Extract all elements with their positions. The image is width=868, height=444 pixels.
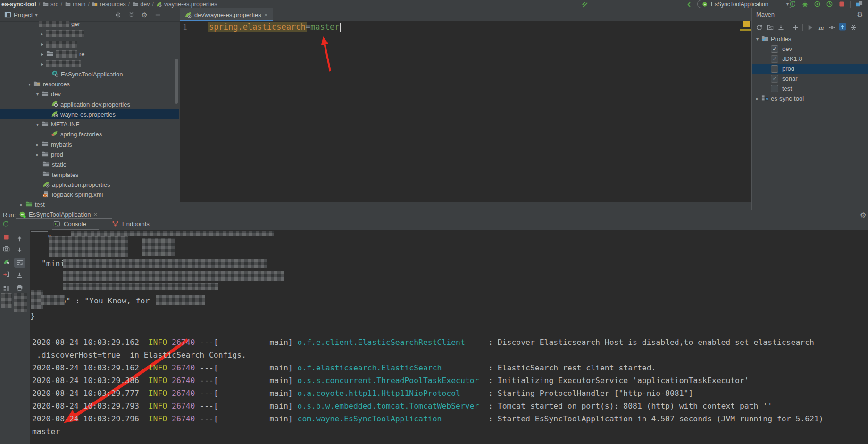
maven-item-sonar[interactable]: ✓sonar: [752, 74, 868, 84]
tree-item-wayne-es.properties[interactable]: wayne-es.properties: [0, 109, 179, 119]
chevron-right-icon[interactable]: ▸: [39, 42, 46, 47]
console-log-lines: 2020-08-24 10:03:29.162 INFO 26740 ---[ …: [32, 336, 824, 438]
softwrap-toggle[interactable]: [14, 258, 25, 268]
navigate-back-icon[interactable]: [685, 0, 693, 8]
green-slant-icon[interactable]: [581, 0, 589, 8]
run-config-selector[interactable]: EsSyncToolApplication ▾: [697, 0, 793, 8]
printer-icon[interactable]: [16, 284, 23, 291]
maven-item-test[interactable]: test: [752, 84, 868, 93]
tree-item-meta-inf[interactable]: ▾META-INF: [0, 119, 179, 129]
gear-icon[interactable]: ⚙: [860, 211, 867, 218]
tab-console[interactable]: Console: [53, 219, 86, 229]
tree-item-mybatis[interactable]: ▸mybatis: [0, 140, 179, 150]
tree-item-resources[interactable]: ▾resources: [0, 79, 179, 89]
error-stripe-line: [740, 29, 751, 31]
project-toolwindow-header[interactable]: Project ▾ ⚙: [0, 8, 187, 22]
close-icon[interactable]: ×: [94, 211, 98, 218]
editor-tab[interactable]: dev\wayne-es.properties ×: [180, 8, 273, 21]
down-icon[interactable]: [16, 246, 23, 253]
tree-item-prod[interactable]: ▸prod: [0, 150, 179, 159]
maven-item-es-sync-tool[interactable]: ▸mes-sync-tool: [752, 93, 868, 103]
chevron-right-icon[interactable]: ▸: [34, 152, 41, 157]
maven-toolbar: m: [752, 21, 868, 34]
chevron-down-icon[interactable]: ▾: [26, 82, 33, 87]
tree-item-dev[interactable]: ▾dev: [0, 89, 179, 99]
chevron-right-icon[interactable]: ▸: [34, 142, 41, 147]
tree-item-spring.factories[interactable]: spring.factories: [0, 129, 179, 139]
checkbox-checked[interactable]: ✓: [771, 45, 778, 53]
checkbox-unchecked[interactable]: [771, 65, 778, 73]
refresh-icon[interactable]: [755, 24, 763, 31]
checkbox-checked-dim[interactable]: ✓: [771, 75, 778, 83]
spring-properties-icon: [50, 110, 58, 117]
collapse-all-icon[interactable]: [127, 11, 135, 18]
up-icon[interactable]: [16, 235, 23, 243]
tree-item[interactable]: ▸: [0, 29, 179, 39]
breadcrumb-item[interactable]: es-sync-tool: [1, 1, 36, 8]
chevron-down-icon[interactable]: ▾: [754, 36, 761, 42]
tree-item[interactable]: ger: [0, 21, 179, 29]
tree-item[interactable]: ▸: [0, 39, 179, 49]
maven-item-jdk1.8[interactable]: ✓JDK1.8: [752, 54, 868, 64]
chevron-right-icon[interactable]: ▸: [39, 51, 46, 57]
chevron-down-icon: ▾: [35, 12, 37, 17]
tree-item-logback-spring.xml[interactable]: logback-spring.xml: [0, 190, 179, 200]
add-icon[interactable]: [792, 24, 799, 31]
tree-item-label: application.properties: [52, 181, 110, 188]
scroll-end-icon[interactable]: [16, 271, 23, 279]
chevron-down-icon[interactable]: ▾: [34, 122, 41, 127]
tree-item-application-dev.properties[interactable]: application-dev.properties: [0, 99, 179, 109]
tree-item-application.properties[interactable]: application.properties: [0, 180, 179, 190]
run-gray-icon[interactable]: [806, 24, 814, 31]
checkbox-checked-dim[interactable]: ✓: [771, 55, 778, 63]
chevron-down-icon[interactable]: ▾: [34, 92, 41, 97]
close-icon[interactable]: ×: [264, 12, 268, 18]
tree-item-test[interactable]: ▸test: [0, 200, 179, 209]
folder-icon: [132, 1, 138, 7]
offline-bolt-icon[interactable]: [839, 23, 846, 30]
skip-tests-icon[interactable]: [828, 24, 835, 31]
rerun-icon[interactable]: [2, 220, 9, 227]
breadcrumb-item[interactable]: main: [65, 1, 85, 8]
error-stripe-mark[interactable]: [743, 21, 750, 27]
tree-item-label: wayne-es.properties: [60, 111, 116, 118]
tree-item-essynctoolapplication[interactable]: EsSyncToolApplication: [0, 69, 179, 79]
chevron-right-icon[interactable]: ▸: [754, 96, 761, 101]
stop-icon[interactable]: [838, 0, 845, 8]
coverage-icon[interactable]: [813, 0, 821, 8]
tree-item-static[interactable]: static: [0, 159, 179, 169]
breadcrumb-item[interactable]: src: [42, 1, 58, 8]
editor-pane[interactable]: 1 spring.elasticsearch=master: [180, 21, 751, 202]
tree-item[interactable]: ▸re: [0, 49, 179, 59]
tree-item-templates[interactable]: templates: [0, 169, 179, 179]
maven-item-dev[interactable]: ✓dev: [752, 44, 868, 54]
breadcrumb-item[interactable]: wayne-es.properties: [156, 1, 217, 8]
gear-icon[interactable]: ⚙: [856, 11, 864, 18]
minimize-icon[interactable]: [154, 11, 161, 18]
rerun-icon[interactable]: [789, 0, 796, 8]
chevron-right-icon[interactable]: ▸: [39, 31, 46, 36]
chevron-right-icon[interactable]: ▸: [18, 202, 25, 207]
breadcrumb[interactable]: es-sync-tool/src/main/resources/dev/wayn…: [0, 1, 217, 8]
locate-icon[interactable]: [114, 11, 122, 18]
collapse-all-icon[interactable]: [850, 24, 857, 31]
breadcrumb-item[interactable]: resources: [92, 1, 126, 8]
download-icon[interactable]: [777, 24, 785, 31]
tab-endpoints[interactable]: Endpoints: [111, 219, 150, 229]
console-log-line: 2020-08-24 10:03:29.162 INFO 26740 ---[ …: [32, 336, 824, 349]
sync-folder-icon[interactable]: [766, 24, 774, 31]
debug-icon[interactable]: [801, 0, 809, 8]
gear-icon[interactable]: ⚙: [141, 11, 148, 18]
profiler-icon[interactable]: [826, 0, 833, 8]
maven-item-profiles[interactable]: ▾Profiles: [752, 34, 868, 44]
tree-item-label: prod: [51, 151, 63, 158]
tree-item[interactable]: ▸: [0, 59, 179, 69]
maven-item-prod[interactable]: prod: [752, 64, 868, 74]
checkbox-unchecked[interactable]: [771, 85, 778, 92]
chevron-right-icon[interactable]: ▸: [39, 61, 46, 67]
maven-goal-icon[interactable]: m: [817, 24, 825, 31]
project-scrollbar[interactable]: [175, 59, 178, 104]
breadcrumb-item[interactable]: dev: [132, 1, 150, 8]
console-hscrollbar[interactable]: [31, 231, 48, 232]
tool-windows-icon[interactable]: [855, 0, 863, 8]
